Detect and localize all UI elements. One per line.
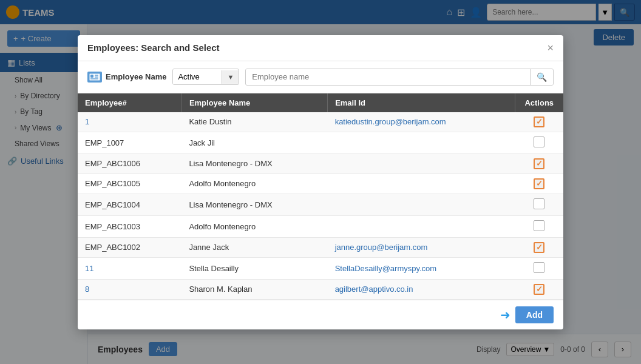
employee-icon [87, 72, 102, 83]
modal-overlay: Employees: Search and Select × Employee … [0, 0, 641, 364]
modal-footer: ➜ Add [78, 300, 563, 329]
table-row: EMP_ABC1006Lisa Montenegro - DMX [78, 153, 563, 174]
cell-emp-num: EMP_ABC1003 [78, 215, 181, 237]
filter-select[interactable]: Active ▼ [172, 69, 239, 85]
cell-emp-name: Janne Jack [181, 237, 327, 257]
checkbox-checked[interactable] [534, 242, 544, 253]
cell-actions[interactable] [515, 279, 563, 299]
cell-email [328, 174, 515, 194]
checkbox-unchecked[interactable] [534, 262, 544, 273]
modal-search-bar: Employee Name Active ▼ 🔍 [78, 61, 563, 93]
cell-email: StellaDesailly@armyspy.com [328, 257, 515, 279]
col-emp-name: Employee Name [181, 93, 327, 112]
col-email: Email Id [328, 93, 515, 112]
cell-actions[interactable] [515, 132, 563, 153]
cell-emp-num: EMP_ABC1006 [78, 153, 181, 174]
cell-emp-num: EMP_ABC1002 [78, 237, 181, 257]
cell-emp-num: EMP_ABC1005 [78, 174, 181, 194]
cell-actions[interactable] [515, 153, 563, 174]
checkbox-checked[interactable] [534, 284, 544, 295]
cell-email: katiedustin.group@berijam.com [328, 112, 515, 132]
table-row: EMP_ABC1003Adolfo Montenegro [78, 215, 563, 237]
cell-emp-num[interactable]: 11 [78, 257, 181, 279]
modal-header: Employees: Search and Select × [78, 35, 563, 61]
search-label-text: Employee Name [106, 72, 166, 81]
table-header-row: Employee# Employee Name Email Id Actions [78, 93, 563, 112]
cell-email [328, 215, 515, 237]
cell-emp-num: EMP_1007 [78, 132, 181, 153]
employee-search-button[interactable]: 🔍 [530, 69, 553, 85]
table-row: EMP_ABC1004Lisa Montenegro - DMX [78, 194, 563, 215]
table-row: EMP_ABC1005Adolfo Montenegro [78, 174, 563, 194]
cell-emp-num[interactable]: 1 [78, 112, 181, 132]
cell-actions[interactable] [515, 174, 563, 194]
modal-close-button[interactable]: × [547, 42, 554, 53]
cell-emp-name: Adolfo Montenegro [181, 215, 327, 237]
cell-actions[interactable] [515, 237, 563, 257]
table-row: EMP_ABC1002Janne Jackjanne.group@berijam… [78, 237, 563, 257]
col-emp-num: Employee# [78, 93, 181, 112]
employee-table: Employee# Employee Name Email Id Actions… [78, 93, 563, 300]
cell-actions[interactable] [515, 257, 563, 279]
cell-emp-name: Jack Jil [181, 132, 327, 153]
cell-emp-num[interactable]: 8 [78, 279, 181, 299]
employee-search-input[interactable] [246, 69, 530, 84]
cell-actions[interactable] [515, 194, 563, 215]
cell-email [328, 153, 515, 174]
search-icon: 🔍 [537, 72, 547, 82]
arrow-icon: ➜ [500, 308, 510, 322]
cell-emp-name: Lisa Montenegro - DMX [181, 194, 327, 215]
checkbox-unchecked[interactable] [534, 220, 544, 231]
table-row: 8Sharon M. Kaplanagilbert@apptivo.co.in [78, 279, 563, 299]
checkbox-unchecked[interactable] [534, 136, 544, 147]
modal-table-wrap: Employee# Employee Name Email Id Actions… [78, 93, 563, 300]
filter-arrow[interactable]: ▼ [222, 70, 239, 84]
checkbox-unchecked[interactable] [534, 198, 544, 209]
checkbox-checked[interactable] [534, 116, 544, 127]
cell-emp-name: Adolfo Montenegro [181, 174, 327, 194]
modal-add-button[interactable]: Add [515, 306, 554, 323]
cell-email [328, 132, 515, 153]
search-input-wrap: 🔍 [245, 69, 554, 86]
table-row: EMP_1007Jack Jil [78, 132, 563, 153]
cell-emp-name: Stella Desailly [181, 257, 327, 279]
modal-title: Employees: Search and Select [87, 42, 220, 53]
cell-email: agilbert@apptivo.co.in [328, 279, 515, 299]
search-label: Employee Name [87, 72, 166, 83]
table-row: 11Stella DesaillyStellaDesailly@armyspy.… [78, 257, 563, 279]
cell-emp-name: Lisa Montenegro - DMX [181, 153, 327, 174]
cell-emp-name: Sharon M. Kaplan [181, 279, 327, 299]
cell-actions[interactable] [515, 112, 563, 132]
col-actions: Actions [515, 93, 563, 112]
cell-emp-num: EMP_ABC1004 [78, 194, 181, 215]
svg-rect-5 [90, 75, 93, 78]
cell-email: janne.group@berijam.com [328, 237, 515, 257]
filter-dropdown[interactable]: Active [173, 69, 222, 84]
modal: Employees: Search and Select × Employee … [78, 35, 563, 329]
cell-emp-name: Katie Dustin [181, 112, 327, 132]
cell-email [328, 194, 515, 215]
checkbox-checked[interactable] [534, 178, 544, 189]
cell-actions[interactable] [515, 215, 563, 237]
table-row: 1Katie Dustinkatiedustin.group@berijam.c… [78, 112, 563, 132]
checkbox-checked[interactable] [534, 158, 544, 169]
